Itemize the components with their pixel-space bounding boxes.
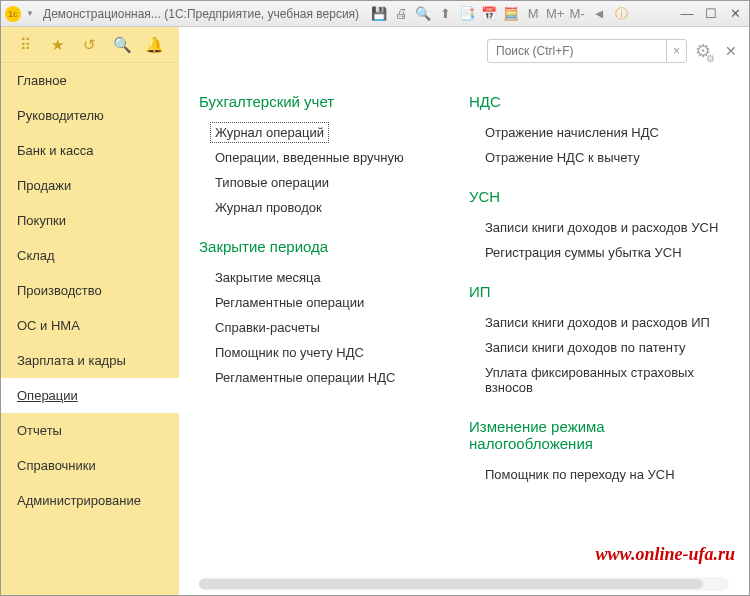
- menu-link[interactable]: Отражение НДС к вычету: [469, 145, 729, 170]
- sidebar-item-0[interactable]: Главное: [1, 63, 179, 98]
- section-title: Изменение режима налогообложения: [469, 418, 729, 452]
- section-items: Закрытие месяцаРегламентные операцииСпра…: [199, 265, 439, 390]
- sidebar-toolbar: ⠿ ★ ↺ 🔍 🔔: [1, 27, 179, 63]
- memory-m-icon[interactable]: M: [525, 6, 541, 22]
- sidebar-item-7[interactable]: ОС и НМА: [1, 308, 179, 343]
- save-icon[interactable]: 💾: [371, 6, 387, 22]
- memory-mplus-icon[interactable]: M+: [547, 6, 563, 22]
- search-icon[interactable]: 🔍: [113, 36, 131, 54]
- star-icon[interactable]: ★: [49, 36, 67, 54]
- menu-link[interactable]: Регламентные операции НДС: [199, 365, 439, 390]
- apps-icon[interactable]: ⠿: [16, 36, 34, 54]
- menu-link[interactable]: Закрытие месяца: [199, 265, 439, 290]
- info-icon[interactable]: ⓘ: [613, 6, 629, 22]
- content-column-right: НДСОтражение начисления НДСОтражение НДС…: [469, 85, 729, 557]
- gear-icon[interactable]: ⚙: [695, 40, 711, 62]
- section-title: ИП: [469, 283, 729, 300]
- sidebar-item-5[interactable]: Склад: [1, 238, 179, 273]
- section-title: Закрытие периода: [199, 238, 439, 255]
- menu-link[interactable]: Помощник по учету НДС: [199, 340, 439, 365]
- calendar-icon[interactable]: 📅: [481, 6, 497, 22]
- app-body: ⠿ ★ ↺ 🔍 🔔 ГлавноеРуководителюБанк и касс…: [1, 27, 749, 595]
- close-panel-button[interactable]: ✕: [725, 43, 737, 59]
- app-menu-dropdown-icon[interactable]: ▼: [23, 7, 37, 21]
- section-title: НДС: [469, 93, 729, 110]
- window-controls: — ☐ ✕: [677, 6, 745, 22]
- section-items: Помощник по переходу на УСН: [469, 462, 729, 487]
- maximize-button[interactable]: ☐: [701, 6, 721, 22]
- menu-link[interactable]: Уплата фиксированных страховых взносов: [469, 360, 729, 400]
- watermark: www.online-ufa.ru: [596, 544, 735, 565]
- sidebar-item-11[interactable]: Справочники: [1, 448, 179, 483]
- sidebar-item-8[interactable]: Зарплата и кадры: [1, 343, 179, 378]
- content-column-left: Бухгалтерский учетЖурнал операцийОпераци…: [199, 85, 439, 557]
- section-items: Записи книги доходов и расходов УСНРегис…: [469, 215, 729, 265]
- menu-link[interactable]: Журнал операций: [211, 123, 328, 142]
- section-items: Журнал операцийОперации, введенные вручн…: [199, 120, 439, 220]
- sidebar-item-6[interactable]: Производство: [1, 273, 179, 308]
- app-window: 1c ▼ Демонстрационная... (1С:Предприятие…: [0, 0, 750, 596]
- menu-link[interactable]: Регистрация суммы убытка УСН: [469, 240, 729, 265]
- menu-link[interactable]: Операции, введенные вручную: [199, 145, 439, 170]
- window-title: Демонстрационная... (1С:Предприятие, уче…: [43, 7, 359, 21]
- search-input[interactable]: [488, 44, 666, 58]
- menu-link[interactable]: Записи книги доходов и расходов УСН: [469, 215, 729, 240]
- sidebar-item-10[interactable]: Отчеты: [1, 413, 179, 448]
- menu-link[interactable]: Типовые операции: [199, 170, 439, 195]
- titlebar: 1c ▼ Демонстрационная... (1С:Предприятие…: [1, 1, 749, 27]
- back-icon[interactable]: ◄: [591, 6, 607, 22]
- menu-link[interactable]: Помощник по переходу на УСН: [469, 462, 729, 487]
- content-area: Бухгалтерский учетЖурнал операцийОпераци…: [179, 75, 749, 577]
- section-title: УСН: [469, 188, 729, 205]
- sidebar-item-9[interactable]: Операции: [1, 378, 179, 413]
- close-button[interactable]: ✕: [725, 6, 745, 22]
- horizontal-scrollbar[interactable]: [199, 577, 729, 591]
- menu-link[interactable]: Отражение начисления НДС: [469, 120, 729, 145]
- main-panel: × ⚙ ✕ Бухгалтерский учетЖурнал операцийО…: [179, 27, 749, 595]
- preview-icon[interactable]: 🔍: [415, 6, 431, 22]
- menu-link[interactable]: Регламентные операции: [199, 290, 439, 315]
- sidebar-item-12[interactable]: Администрирование: [1, 483, 179, 518]
- bell-icon[interactable]: 🔔: [146, 36, 164, 54]
- menu-link[interactable]: Записи книги доходов по патенту: [469, 335, 729, 360]
- calculator-icon[interactable]: 🧮: [503, 6, 519, 22]
- minimize-button[interactable]: —: [677, 6, 697, 22]
- print-icon[interactable]: 🖨: [393, 6, 409, 22]
- main-toolbar: × ⚙ ✕: [179, 27, 749, 75]
- scrollbar-thumb[interactable]: [199, 579, 703, 589]
- app-logo-icon: 1c: [5, 6, 21, 22]
- search-box: ×: [487, 39, 687, 63]
- section-items: Записи книги доходов и расходов ИПЗаписи…: [469, 310, 729, 400]
- section-items: Отражение начисления НДСОтражение НДС к …: [469, 120, 729, 170]
- sidebar-nav: ГлавноеРуководителюБанк и кассаПродажиПо…: [1, 63, 179, 595]
- sidebar-item-2[interactable]: Банк и касса: [1, 133, 179, 168]
- menu-link[interactable]: Справки-расчеты: [199, 315, 439, 340]
- sidebar-item-4[interactable]: Покупки: [1, 203, 179, 238]
- sidebar-item-1[interactable]: Руководителю: [1, 98, 179, 133]
- menu-link[interactable]: Журнал проводок: [199, 195, 439, 220]
- history-icon[interactable]: ↺: [81, 36, 99, 54]
- section-title: Бухгалтерский учет: [199, 93, 439, 110]
- compare-icon[interactable]: 📑: [459, 6, 475, 22]
- titlebar-toolbar: 💾 🖨 🔍 ⬆ 📑 📅 🧮 M M+ M- ◄ ⓘ: [371, 6, 629, 22]
- sidebar-item-3[interactable]: Продажи: [1, 168, 179, 203]
- menu-link[interactable]: Записи книги доходов и расходов ИП: [469, 310, 729, 335]
- upload-icon[interactable]: ⬆: [437, 6, 453, 22]
- memory-mminus-icon[interactable]: M-: [569, 6, 585, 22]
- sidebar: ⠿ ★ ↺ 🔍 🔔 ГлавноеРуководителюБанк и касс…: [1, 27, 179, 595]
- search-clear-button[interactable]: ×: [666, 40, 686, 62]
